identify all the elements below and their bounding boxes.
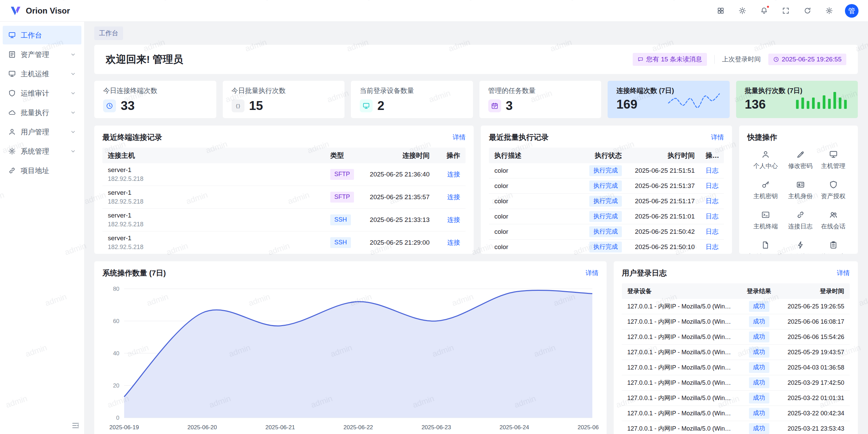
sidebar-item-project-url[interactable]: 项目地址 xyxy=(3,161,81,180)
host-ip: 182.92.5.218 xyxy=(108,243,319,251)
chevron-down-icon xyxy=(70,148,76,154)
sidebar-item-workbench[interactable]: 工作台 xyxy=(3,26,81,44)
users-icon xyxy=(829,210,838,219)
column-header: 类型 xyxy=(325,151,362,160)
log-link[interactable]: 日志 xyxy=(706,243,718,250)
shield-icon xyxy=(829,180,838,189)
svg-text:2025-06-22: 2025-06-22 xyxy=(343,424,373,431)
connect-link[interactable]: 连接 xyxy=(447,171,460,178)
result-tag: 成功 xyxy=(749,316,769,327)
fullscreen-icon xyxy=(782,7,790,15)
table-row: server-1182.92.5.218SFTP2025-06-25 21:36… xyxy=(102,163,466,186)
quick-action-5[interactable]: 资产授权 xyxy=(817,180,850,200)
quick-action-3[interactable]: 主机密钥 xyxy=(747,180,784,200)
user-avatar[interactable]: 管 xyxy=(845,4,859,18)
stats-row: 今日连接终端次数33今日批量执行次数{}15当前登录设备数量2管理的任务数量3 … xyxy=(94,81,858,118)
connect-link[interactable]: 连接 xyxy=(447,216,460,223)
refresh-button[interactable] xyxy=(802,5,813,17)
quick-action-6[interactable]: 主机终端 xyxy=(747,210,784,230)
clock-icon xyxy=(103,99,116,112)
result-cell: 成功 xyxy=(739,332,778,342)
login-log-panel: 用户登录日志 详情 登录设备登录结果登录时间127.0.0.1 - 内网IP -… xyxy=(614,261,858,434)
theme-toggle-button[interactable] xyxy=(736,5,748,17)
type-tag: SSH xyxy=(330,214,351,225)
quick-action-8[interactable]: 在线会话 xyxy=(817,210,850,230)
log-link[interactable]: 日志 xyxy=(706,197,718,205)
status-tag: 执行完成 xyxy=(589,226,622,237)
table-row: 127.0.0.1 - 内网IP - Mozilla/5.0 (Windows … xyxy=(622,329,850,345)
terminal-detail-link[interactable]: 详情 xyxy=(453,133,466,142)
login-detail-link[interactable]: 详情 xyxy=(837,269,850,278)
chart-panel-title: 系统操作数量 (7日) xyxy=(102,268,166,278)
sidebar-item-host-ops[interactable]: 主机运维 xyxy=(3,64,81,83)
notifications-button[interactable] xyxy=(758,5,770,17)
connect-link[interactable]: 连接 xyxy=(447,239,460,246)
divider xyxy=(714,55,715,64)
sidebar-item-assets[interactable]: 资产管理 xyxy=(3,45,81,64)
time-cell: 2025-06-25 21:36:40 xyxy=(362,171,435,178)
status-tag: 执行完成 xyxy=(589,165,622,176)
result-cell: 成功 xyxy=(739,423,778,434)
terminal-connections-panel: 最近终端连接记录 详情 连接主机类型连接时间操作server-1182.92.5… xyxy=(94,126,474,254)
action-cell: 连接 xyxy=(435,193,466,202)
app-logo[interactable]: Orion Visor xyxy=(9,5,70,17)
quick-action-0[interactable]: 个人中心 xyxy=(747,150,784,170)
quick-action-7[interactable]: 连接日志 xyxy=(784,210,817,230)
chevron-down-icon xyxy=(70,129,76,135)
quick-action-4[interactable]: 主机身份 xyxy=(784,180,817,200)
stat-value: 3 xyxy=(506,99,513,113)
type-tag: SFTP xyxy=(330,192,354,202)
key-icon xyxy=(761,180,770,189)
sidebar-item-user-mgmt[interactable]: 用户管理 xyxy=(3,122,81,141)
sidebar-item-batch-exec[interactable]: 批量执行 xyxy=(3,103,81,122)
quick-action-9[interactable]: 文件操作日志 xyxy=(747,241,784,254)
log-link[interactable]: 日志 xyxy=(706,167,718,174)
log-link[interactable]: 日志 xyxy=(706,182,718,189)
user-icon xyxy=(8,128,16,136)
desc-cell: color xyxy=(489,197,583,205)
collapse-sidebar-button[interactable] xyxy=(71,421,80,430)
log-link[interactable]: 日志 xyxy=(706,213,718,220)
quick-action-10[interactable]: 命令执行 xyxy=(784,241,817,254)
sidebar-item-label: 运维审计 xyxy=(21,89,49,98)
gear-icon xyxy=(8,147,16,155)
log-link[interactable]: 日志 xyxy=(706,228,718,235)
result-tag: 成功 xyxy=(749,377,769,388)
quick-panel-title: 快捷操作 xyxy=(747,132,777,143)
result-tag: 成功 xyxy=(749,332,769,342)
quick-action-label: 执行日志 xyxy=(821,252,846,254)
sidebar-item-label: 项目地址 xyxy=(21,166,49,175)
quick-action-11[interactable]: 执行日志 xyxy=(817,241,850,254)
host-cell: server-1182.92.5.218 xyxy=(102,188,325,206)
welcome-title: 欢迎回来! 管理员 xyxy=(106,53,183,67)
sidebar-item-label: 系统管理 xyxy=(21,147,49,156)
quick-action-label: 在线会话 xyxy=(821,222,846,230)
column-header: 操作 xyxy=(435,151,466,160)
quick-action-label: 资产授权 xyxy=(821,192,846,200)
monitor-icon xyxy=(362,102,370,110)
unread-messages-badge[interactable]: 您有 15 条未读消息 xyxy=(633,53,707,66)
quick-actions-panel: 快捷操作 个人中心修改密码主机管理主机密钥主机身份资产授权主机终端连接日志在线会… xyxy=(739,126,858,254)
batch-trend-card: 批量执行次数 (7日) 136 xyxy=(736,81,858,118)
apps-button[interactable] xyxy=(715,5,726,17)
host-name: server-1 xyxy=(108,211,319,220)
time-cell: 2025-06-25 21:51:17 xyxy=(627,197,700,205)
last-login-time: 2025-06-25 19:26:55 xyxy=(782,56,842,63)
result-tag: 成功 xyxy=(749,408,769,418)
sidebar-item-system-mgmt[interactable]: 系统管理 xyxy=(3,142,81,161)
calendar-icon xyxy=(488,99,501,112)
batch-detail-link[interactable]: 详情 xyxy=(711,133,724,142)
quick-action-1[interactable]: 修改密码 xyxy=(784,150,817,170)
quick-action-2[interactable]: 主机管理 xyxy=(817,150,850,170)
fullscreen-button[interactable] xyxy=(780,5,791,17)
table-row: color执行完成2025-06-25 21:51:17日志 xyxy=(489,194,724,209)
sidebar-item-audit[interactable]: 运维审计 xyxy=(3,84,81,102)
device-cell: 127.0.0.1 - 内网IP - Mozilla/5.0 (Windows … xyxy=(622,379,739,387)
clock-icon xyxy=(106,102,113,110)
breadcrumb-item-workbench[interactable]: 工作台 xyxy=(94,26,123,40)
settings-button[interactable] xyxy=(823,5,835,17)
stat-label: 当前登录设备数量 xyxy=(360,86,464,95)
stat-card-3: 管理的任务数量3 xyxy=(479,81,601,118)
connect-link[interactable]: 连接 xyxy=(447,193,460,201)
chart-detail-link[interactable]: 详情 xyxy=(586,269,598,278)
